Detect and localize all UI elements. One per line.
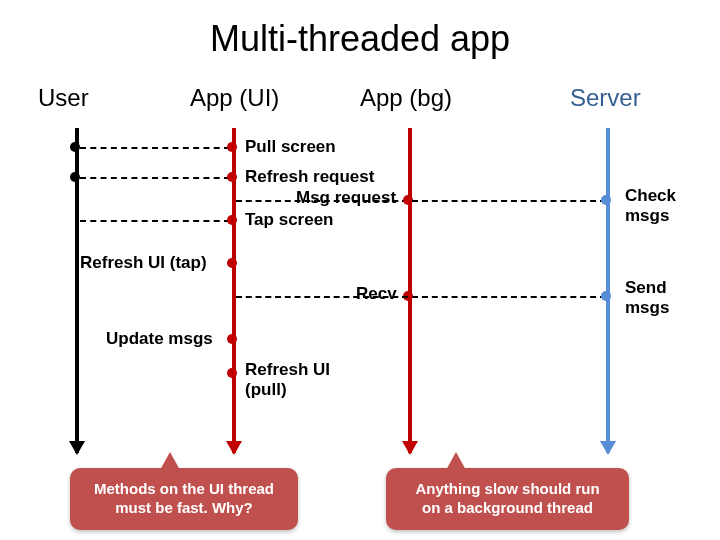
msg-check: Check msgs — [625, 186, 676, 226]
page-title: Multi-threaded app — [0, 18, 720, 60]
event-dot — [227, 368, 237, 378]
callout-ui-fast: Methods on the UI thread must be fast. W… — [70, 468, 298, 530]
event-dot — [227, 258, 237, 268]
event-dot — [601, 291, 611, 301]
lane-server: Server — [570, 84, 641, 112]
msg-pull: Pull screen — [245, 137, 336, 157]
event-dot — [70, 172, 80, 182]
msg-msg-req: Msg request — [296, 188, 396, 208]
lane-ui: App (UI) — [190, 84, 279, 112]
diagram-stage: Multi-threaded app User App (UI) App (bg… — [0, 0, 720, 540]
lane-bg: App (bg) — [360, 84, 452, 112]
lane-user: User — [38, 84, 89, 112]
msg-line — [412, 296, 606, 298]
event-dot — [70, 142, 80, 152]
msg-line — [80, 220, 230, 222]
msg-refresh-req: Refresh request — [245, 167, 374, 187]
event-dot — [227, 215, 237, 225]
callout-bg-slow: Anything slow should run on a background… — [386, 468, 629, 530]
msg-update: Update msgs — [106, 329, 213, 349]
msg-tap: Tap screen — [245, 210, 334, 230]
event-dot — [227, 142, 237, 152]
event-dot — [227, 172, 237, 182]
event-dot — [227, 334, 237, 344]
msg-line — [80, 147, 230, 149]
msg-line — [412, 200, 606, 202]
msg-send: Send msgs — [625, 278, 669, 318]
msg-refresh-pull: Refresh UI (pull) — [245, 360, 330, 400]
msg-refresh-tap: Refresh UI (tap) — [80, 253, 207, 273]
msg-line — [80, 177, 230, 179]
event-dot — [601, 195, 611, 205]
msg-recv: Recv — [356, 284, 397, 304]
